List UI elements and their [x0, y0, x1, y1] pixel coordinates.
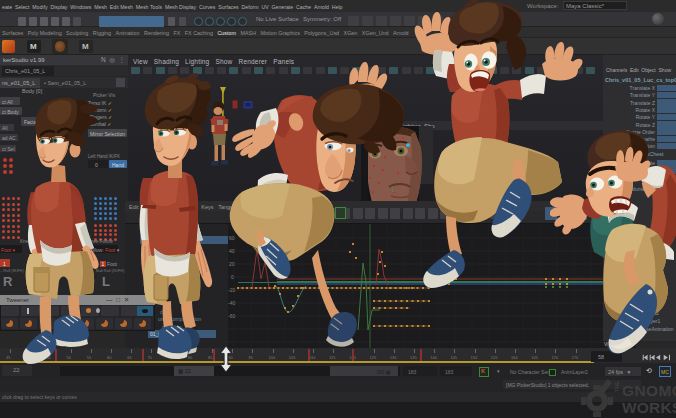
svg-text:THE: THE [614, 381, 620, 392]
svg-text:WORKSHOP: WORKSHOP [622, 399, 676, 416]
svg-text:GNOMON: GNOMON [622, 382, 676, 399]
